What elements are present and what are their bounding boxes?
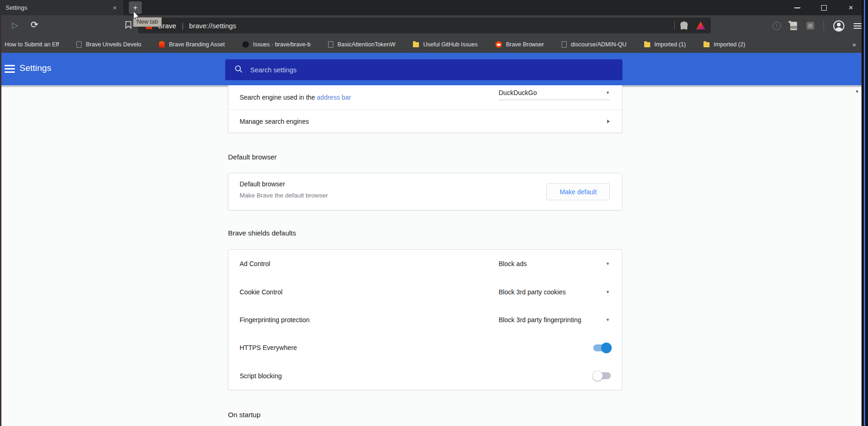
address-bar-link[interactable]: address bar <box>317 94 351 101</box>
bat-triangle-icon[interactable] <box>696 22 705 30</box>
toolbar-divider <box>824 21 824 31</box>
browser-menu-icon[interactable] <box>854 23 862 29</box>
profile-avatar[interactable] <box>833 20 844 32</box>
bookmark-folder[interactable]: Imported (1) <box>644 41 686 48</box>
tab-title: Settings <box>6 4 111 11</box>
brave-shields-card: Ad Control Block ads ▼ Cookie Control Bl… <box>228 249 622 390</box>
tab-close-icon[interactable]: × <box>111 4 119 12</box>
search-engine-label: Search engine used in the address bar <box>240 94 351 101</box>
scroll-up-icon[interactable]: ▲ <box>855 89 859 93</box>
subpage-arrow-icon <box>607 120 610 123</box>
github-icon <box>242 41 249 48</box>
default-browser-heading: Default browser <box>228 153 277 161</box>
bookmarks-bar: How to Submit an Eff Brave Unveils Devel… <box>0 36 868 53</box>
info-icon[interactable]: ! <box>773 22 781 30</box>
manage-search-engines-row[interactable]: Manage search engines <box>228 109 622 133</box>
page-icon <box>76 41 82 48</box>
dropdown-arrow-icon: ▼ <box>606 318 610 322</box>
https-everywhere-toggle[interactable] <box>593 344 611 351</box>
cookie-control-select[interactable]: Block 3rd party cookies ▼ <box>499 288 610 296</box>
script-blocking-toggle[interactable] <box>593 372 611 379</box>
badge-separator: | <box>182 22 184 30</box>
brave-shield-icon[interactable] <box>680 21 688 30</box>
https-everywhere-row: HTTPS Everywhere <box>228 334 622 362</box>
fingerprinting-protection-row: Fingerprinting protection Block 3rd part… <box>228 306 622 334</box>
bookmark-item[interactable]: Brave Browser <box>495 41 544 48</box>
ad-control-select[interactable]: Block ads ▼ <box>499 260 610 267</box>
search-engine-row: Search engine used in the address bar Du… <box>228 85 622 109</box>
make-default-button[interactable]: Make default <box>546 183 610 200</box>
bookmark-folder[interactable]: Imported (2) <box>703 41 745 48</box>
settings-content: ▲ Search engine used in the address bar … <box>0 85 862 426</box>
bookmark-item[interactable]: How to Submit an Eff <box>5 41 59 48</box>
bookmark-item[interactable]: discourse/ADMIN-QU <box>562 41 627 48</box>
forward-button[interactable]: ▷ <box>12 20 18 30</box>
reload-button[interactable]: ⟳ <box>31 19 38 30</box>
reddit-icon <box>495 41 502 48</box>
mouse-cursor <box>133 11 140 23</box>
bookmark-this-page-icon[interactable] <box>125 21 132 31</box>
settings-search-box[interactable] <box>225 59 622 80</box>
minimize-icon <box>794 7 800 8</box>
folder-icon <box>703 42 710 47</box>
maximize-icon <box>821 5 827 11</box>
bookmark-item[interactable]: Issues · brave/brave-b <box>242 41 310 48</box>
maximize-button[interactable] <box>811 0 837 15</box>
settings-title: Settings <box>19 63 51 73</box>
window-right-border <box>862 0 868 426</box>
search-engine-card: Search engine used in the address bar Du… <box>228 85 622 133</box>
bookmark-item[interactable]: Brave Branding Asset <box>159 41 225 48</box>
toolbar: ▷ ⟳ Brave | brave://settings ! <box>0 15 868 36</box>
close-icon: × <box>849 4 853 12</box>
dropdown-arrow-icon: ▼ <box>606 290 610 294</box>
settings-header: Settings <box>0 53 868 85</box>
default-browser-row-title: Default browser <box>240 180 328 188</box>
default-browser-row-subtitle: Make Brave the default browser <box>240 192 328 199</box>
address-bar[interactable]: Brave | brave://settings <box>138 18 711 33</box>
minimize-button[interactable] <box>784 0 811 15</box>
fingerprinting-select[interactable]: Block 3rd party fingerprinting ▼ <box>499 316 610 324</box>
default-browser-card: Default browser Make Brave the default b… <box>228 173 622 210</box>
tab-settings[interactable]: Settings × <box>0 0 123 15</box>
search-engine-select[interactable]: DuckDuckGo ▼ <box>499 89 610 100</box>
folder-icon <box>413 42 419 47</box>
bookmarks-overflow-icon[interactable]: » <box>852 41 856 48</box>
toolbar-actions: ! <box>773 15 862 36</box>
brave-shield-icon <box>159 41 165 48</box>
browser-window: Settings × + × ▷ ⟳ Brave | brave://setti… <box>0 0 868 426</box>
window-controls: × <box>784 0 864 15</box>
save-pdf-icon[interactable] <box>790 22 797 30</box>
page-icon <box>562 41 567 48</box>
ad-control-row: Ad Control Block ads ▼ <box>228 250 622 278</box>
search-input[interactable] <box>250 66 528 74</box>
close-button[interactable]: × <box>837 0 864 15</box>
bookmark-folder[interactable]: Useful GitHub Issues <box>413 41 477 48</box>
extension-icon[interactable] <box>806 22 814 30</box>
settings-menu-icon[interactable] <box>5 65 15 73</box>
page-icon <box>328 41 333 48</box>
dropdown-arrow-icon: ▼ <box>606 261 610 266</box>
search-icon <box>234 65 243 75</box>
folder-icon <box>644 42 650 47</box>
dropdown-arrow-icon: ▼ <box>606 90 610 95</box>
bookmark-item[interactable]: BasicAttentionTokenW <box>328 41 395 48</box>
window-left-border <box>0 15 1 426</box>
on-startup-heading: On startup <box>228 411 260 419</box>
url-text[interactable]: brave://settings <box>189 22 669 30</box>
brave-shields-heading: Brave shields defaults <box>228 229 296 237</box>
cookie-control-row: Cookie Control Block 3rd party cookies ▼ <box>228 278 622 305</box>
bookmark-item[interactable]: Brave Unveils Develo <box>76 41 141 48</box>
script-blocking-row: Script blocking <box>228 362 622 390</box>
tab-bar: Settings × + × <box>0 0 868 15</box>
address-bar-divider <box>674 21 675 30</box>
